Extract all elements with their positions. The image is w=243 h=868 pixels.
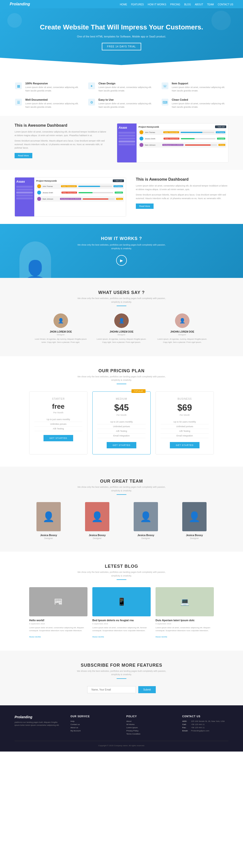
team-member-name: Jesica Bossy [27, 534, 70, 537]
hero-cta-button[interactable]: FREE 14 DAYS TRIAL [102, 43, 141, 50]
how-it-works-section: HOW IT WORKS ? We show only the best web… [0, 224, 243, 278]
footer-link[interactable]: My Account [70, 730, 80, 732]
avatar-placeholder: 👤 [114, 313, 129, 328]
showcase-section-1: This is Awesome Dashboard Lorem ipsum do… [0, 116, 243, 170]
brand-logo[interactable]: Prolanding [10, 2, 30, 6]
pricing-feature: Email Integration [161, 434, 209, 438]
subscribe-subtitle: We shows only the best websites, portfol… [73, 669, 170, 676]
pricing-feature: Unlimites porues [34, 422, 82, 427]
play-button[interactable]: ▶ [116, 255, 127, 266]
showcase-section-2: Asaas Project Honeycomb + Add user John … [0, 170, 243, 224]
footer-link[interactable]: Lorem Ipsum [126, 726, 138, 729]
mockup-add-btn[interactable]: + Add user [215, 125, 226, 128]
feature-item: ▦ 100% Responsive Lorem ipsum dolor sit … [14, 82, 82, 92]
footer-link[interactable]: Privacy Policy [126, 730, 139, 732]
list-item: IM Works [126, 723, 173, 725]
list-item: About [126, 720, 173, 722]
feature-item: ☰ Well Documented Lorem ipsum dolor sit … [14, 98, 82, 109]
row-tag: Today • Honeycomb2 [62, 192, 77, 193]
footer-link[interactable]: Terms Condition [126, 733, 140, 735]
footer-contact-label: Call: [182, 723, 189, 725]
pricing-cta-button[interactable]: Get Started [107, 442, 136, 448]
feature-desc-2: Lorem ipsum dolor sit amet, consectetur … [172, 86, 229, 92]
mockup-sidebar-item4 [118, 141, 135, 143]
nav-link[interactable]: Team [207, 3, 214, 6]
nav-link[interactable]: Home [120, 3, 127, 6]
nav-link[interactable]: How It Works [148, 3, 166, 6]
feature-desc-3: Lorem ipsum dolor sit amet, consectetur … [25, 102, 82, 109]
pricing-grid: STARTER free Per Month Up to just users … [14, 392, 229, 455]
footer-link[interactable]: About us [70, 726, 78, 729]
design-icon: ✦ [88, 82, 96, 90]
testimonial-avatar-0: 👤 [54, 313, 68, 328]
navbar: Prolanding HomeFeaturesHow It WorksPrici… [0, 0, 243, 8]
footer-link[interactable]: Help [70, 720, 74, 722]
avatar-placeholder: 👤 [175, 313, 189, 328]
footer-link[interactable]: About [126, 720, 132, 722]
feature-text-1: Clean Design Lorem ipsum dolor sit amet,… [98, 82, 155, 92]
avatar [139, 130, 143, 134]
footer-grid: Prolanding platforms our landing pages b… [14, 715, 229, 736]
blog-read-more-link[interactable]: READ MORE [92, 636, 104, 638]
testimonial-text: Look Ornare. At egestas, dip nummy. Aliq… [34, 338, 88, 344]
team-avatar-placeholder: 👤 [182, 502, 207, 531]
footer-contact-item: Call: +56 125 444 11 [182, 723, 229, 725]
footer-section-title: POLICY [126, 715, 173, 718]
row-name: Jessica Smith [42, 192, 60, 193]
blog-read-more-link[interactable]: READ MORE [155, 636, 167, 638]
progress-bar [78, 192, 92, 193]
nav-link[interactable]: Contact Us [218, 3, 233, 6]
mockup-sidebar-item2 [118, 135, 135, 137]
pricing-period: Per Month [98, 414, 145, 416]
showcase1-readmore-button[interactable]: Read More [14, 153, 32, 158]
footer-contact-value: 225 108 Senele St, 26, New York, USA [191, 720, 224, 722]
status-badge: Review [116, 198, 123, 200]
blog-read-more-link[interactable]: READ MORE [29, 636, 41, 638]
footer-contact-item: ADD: 225 108 Senele St, 26, New York, US… [182, 720, 229, 722]
list-item: Privacy Policy [126, 730, 173, 732]
blog-title: LETEST BLOG [14, 564, 229, 569]
pricing-feature: Up to just users monthly [34, 417, 82, 422]
pricing-feature: A/B Testing [98, 429, 145, 434]
mockup-sidebar-item3 [118, 137, 135, 140]
row-tag: Development 1/10 & 20/05/13 [162, 144, 183, 146]
footer-link[interactable]: IM Works [126, 723, 135, 725]
nav-link[interactable]: Features [131, 3, 144, 6]
showcase2-para2: Donec tincidunt accumsan lobortis. Mauri… [136, 193, 229, 200]
progress-bar [82, 198, 108, 199]
table-row: Mark Johnson Development 1/10 & 20/05/13… [139, 142, 226, 148]
testimonial-card: 👤 JHON LOREM DOE Designer Look Ornare. A… [34, 313, 88, 344]
list-item: Terms Condition [126, 733, 173, 735]
footer-link[interactable]: Contact us [70, 723, 80, 725]
support-icon: ☏ [161, 82, 169, 90]
progress-bar-container [181, 138, 215, 139]
features-grid: ▦ 100% Responsive Lorem ipsum dolor sit … [14, 82, 229, 109]
team-card: 👤 Jesica Bossy Designer [27, 502, 70, 539]
pricing-divider [117, 384, 126, 384]
mockup2-add-btn[interactable]: + Add user [113, 180, 124, 182]
footer-bottom: Copyright © 2016 Company name. All right… [14, 741, 229, 747]
pricing-cta-button[interactable]: Get Started [43, 435, 73, 441]
team-divider [117, 494, 126, 495]
team-member-name: Jesica Bossy [173, 534, 216, 537]
subscribe-submit-button[interactable]: Submit [138, 686, 155, 693]
testimonial-text: Lorem ipsum. At egestas, nummy. Aliquam … [95, 338, 148, 344]
testimonial-name: JHOHN LOREM DOE [95, 331, 148, 333]
feature-item: ☏ Item Support Lorem ipsum dolor sit ame… [161, 82, 229, 92]
svg-text:☰: ☰ [17, 100, 20, 104]
nav-link[interactable]: Pricing [170, 3, 180, 6]
mockup2-sidebar-item3 [16, 192, 33, 193]
pricing-cta-button[interactable]: Get Started [170, 442, 199, 448]
team-section: OUR GREAT TEAM We show only the best web… [0, 467, 243, 552]
subscribe-section: SUBSCRIBE FOR MORE FEATURES We shows onl… [0, 651, 243, 705]
subscribe-email-input[interactable] [87, 686, 136, 693]
nav-link[interactable]: Blog [184, 3, 191, 6]
blog-divider [117, 579, 126, 580]
blog-post-title: Bed Ipsum deleris eu feugiat rna [92, 619, 151, 622]
feature-item: ⌨ Clean Coded Lorem ipsum dolor sit amet… [161, 98, 229, 109]
nav-link[interactable]: About [195, 3, 203, 6]
testimonial-card: 👤 JHOHN LOREM DOE Designer Lorem ipsum. … [155, 313, 209, 344]
blog-post-title: Duis Aperiam lateri Ipsum dolc [155, 619, 214, 622]
showcase2-readmore-button[interactable]: Read More [136, 204, 153, 209]
row-tag: Today • Honeycomb1 [163, 131, 179, 133]
